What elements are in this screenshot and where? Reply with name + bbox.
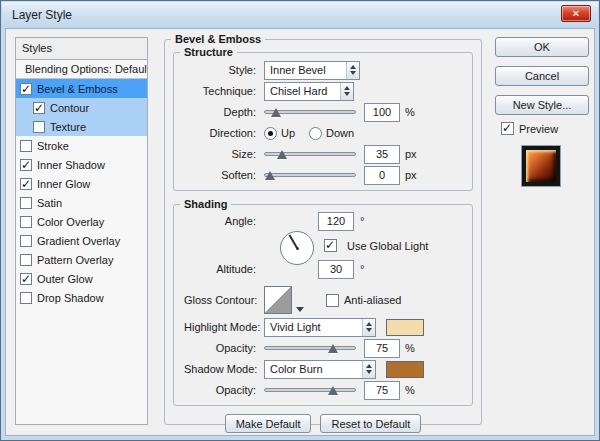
make-default-button[interactable]: Make Default [225, 414, 312, 433]
soften-slider-track [264, 173, 356, 177]
styles-list-item[interactable]: Drop Shadow [16, 288, 147, 307]
style-enable-checkbox[interactable] [20, 197, 32, 209]
shading-group-title: Shading [180, 198, 231, 210]
style-enable-checkbox[interactable] [33, 121, 45, 133]
size-slider-thumb[interactable] [277, 150, 287, 159]
use-global-light-checkbox[interactable] [324, 239, 337, 252]
styles-list-item[interactable]: Texture [16, 117, 147, 136]
depth-slider[interactable] [264, 104, 356, 120]
technique-select[interactable]: Chisel Hard [264, 82, 354, 101]
styles-list-item[interactable]: Pattern Overlay [16, 250, 147, 269]
highlight-opacity-input[interactable]: 75 [364, 339, 400, 358]
direction-down-radio[interactable] [309, 127, 322, 140]
styles-list-item-label: Outer Glow [37, 273, 93, 285]
structure-group: Structure Style: Inner Bevel Technique: … [173, 46, 473, 191]
altitude-unit: ° [360, 263, 364, 275]
depth-input[interactable]: 100 [364, 103, 400, 122]
soften-input[interactable]: 0 [364, 166, 400, 185]
highlight-mode-select[interactable]: Vivid Light [264, 318, 376, 337]
styles-list-item[interactable]: Inner Glow [16, 174, 147, 193]
ok-button[interactable]: OK [495, 37, 589, 57]
style-enable-checkbox[interactable] [20, 140, 32, 152]
size-label: Size: [184, 148, 264, 160]
direction-up-label: Up [281, 127, 295, 139]
style-enable-checkbox[interactable] [20, 273, 32, 285]
shadow-opacity-slider[interactable] [264, 382, 356, 398]
cancel-button[interactable]: Cancel [495, 66, 589, 86]
style-enable-checkbox[interactable] [20, 216, 32, 228]
angle-input[interactable]: 120 [318, 212, 354, 231]
direction-up-radio[interactable] [264, 127, 277, 140]
titlebar[interactable]: Layer Style [2, 2, 598, 28]
highlight-mode-value: Vivid Light [265, 321, 362, 333]
direction-down-label: Down [326, 127, 354, 139]
gloss-contour-thumbnail[interactable] [264, 286, 292, 314]
size-input[interactable]: 35 [364, 145, 400, 164]
styles-list-item[interactable]: Color Overlay [16, 212, 147, 231]
styles-list-item-label: Gradient Overlay [37, 235, 120, 247]
styles-list-item-label: Color Overlay [37, 216, 104, 228]
style-enable-checkbox[interactable] [20, 83, 32, 95]
styles-list-item[interactable]: Stroke [16, 136, 147, 155]
structure-group-title: Structure [180, 46, 237, 58]
depth-unit: % [405, 106, 415, 118]
highlight-mode-label: Highlight Mode: [184, 321, 264, 333]
angle-block: Angle: 120 ° Use Global Light Altitude: … [184, 211, 466, 283]
style-enable-checkbox[interactable] [20, 254, 32, 266]
preview-label: Preview [519, 123, 558, 135]
altitude-input[interactable]: 30 [318, 260, 354, 279]
style-enable-checkbox[interactable] [33, 102, 45, 114]
shadow-mode-value: Color Burn [265, 363, 362, 375]
style-enable-checkbox[interactable] [20, 235, 32, 247]
window-title: Layer Style [12, 8, 72, 22]
highlight-opacity-unit: % [405, 342, 415, 354]
styles-list-item[interactable]: Inner Shadow [16, 155, 147, 174]
bevel-emboss-panel: Bevel & Emboss Structure Style: Inner Be… [164, 33, 482, 425]
anti-aliased-label: Anti-aliased [344, 294, 401, 306]
style-select[interactable]: Inner Bevel [264, 61, 360, 80]
styles-list-item[interactable]: Satin [16, 193, 147, 212]
styles-list-item-label: Blending Options: Default [25, 63, 147, 75]
styles-list-item[interactable]: Contour [16, 98, 147, 117]
gloss-contour-dropdown-arrow[interactable] [296, 307, 304, 312]
styles-list-item[interactable]: Bevel & Emboss [16, 79, 147, 98]
shadow-opacity-input[interactable]: 75 [364, 381, 400, 400]
highlight-opacity-slider-thumb[interactable] [328, 344, 338, 353]
soften-slider[interactable] [264, 167, 356, 183]
technique-select-value: Chisel Hard [265, 85, 340, 97]
angle-dial-center-dot [296, 247, 299, 250]
styles-list-item[interactable]: Blending Options: Default [16, 60, 147, 79]
styles-list-item[interactable]: Gradient Overlay [16, 231, 147, 250]
close-button[interactable]: ✕ [561, 5, 591, 22]
shadow-mode-select[interactable]: Color Burn [264, 360, 376, 379]
shadow-color-swatch[interactable] [386, 361, 424, 378]
style-enable-checkbox[interactable] [20, 159, 32, 171]
anti-aliased-checkbox[interactable] [326, 294, 339, 307]
shadow-opacity-unit: % [405, 384, 415, 396]
new-style-button[interactable]: New Style... [495, 95, 589, 115]
shadow-mode-label: Shadow Mode: [184, 363, 264, 375]
style-enable-checkbox[interactable] [20, 292, 32, 304]
style-preview-bevel [526, 150, 556, 182]
soften-slider-thumb[interactable] [265, 171, 275, 180]
styles-list-item-label: Drop Shadow [37, 292, 104, 304]
depth-slider-thumb[interactable] [271, 108, 281, 117]
panel-title: Bevel & Emboss [171, 33, 265, 45]
styles-list-item[interactable]: Outer Glow [16, 269, 147, 288]
shadow-opacity-label: Opacity: [184, 384, 264, 396]
style-enable-checkbox[interactable] [20, 178, 32, 190]
shadow-opacity-slider-thumb[interactable] [328, 386, 338, 395]
preview-checkbox[interactable] [501, 122, 514, 135]
reset-to-default-button[interactable]: Reset to Default [320, 414, 421, 433]
styles-list-item-label: Inner Shadow [37, 159, 105, 171]
styles-list-item-label: Stroke [37, 140, 69, 152]
size-slider[interactable] [264, 146, 356, 162]
styles-list: Blending Options: DefaultBevel & EmbossC… [16, 59, 147, 424]
angle-dial[interactable] [280, 231, 314, 265]
soften-unit: px [405, 169, 417, 181]
highlight-color-swatch[interactable] [386, 319, 424, 336]
highlight-opacity-slider[interactable] [264, 340, 356, 356]
styles-list-item-label: Pattern Overlay [37, 254, 113, 266]
close-icon: ✕ [572, 8, 580, 19]
angle-unit: ° [360, 215, 364, 227]
